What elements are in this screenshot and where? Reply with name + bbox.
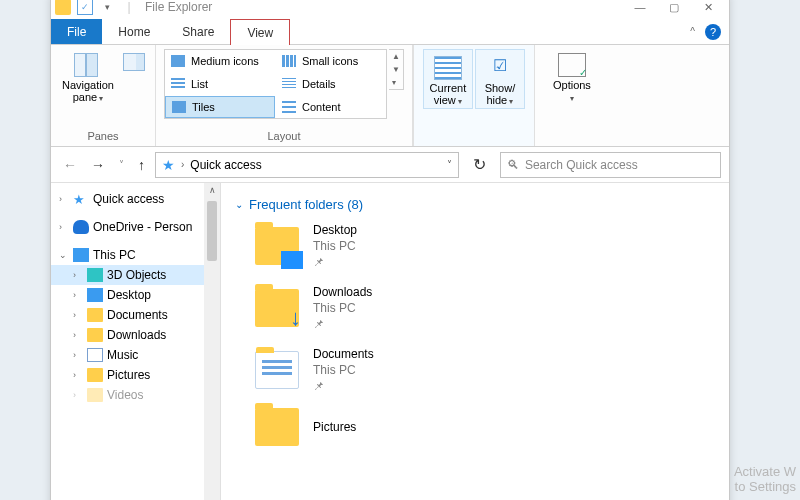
medium-icons-icon — [171, 55, 185, 67]
group-layout: Medium icons Small icons List Details Ti… — [156, 45, 413, 146]
ribbon-collapse-icon[interactable]: ^ — [690, 26, 695, 37]
nav-forward-button[interactable]: → — [87, 157, 109, 173]
ribbon-tabs: File Home Share View ^ ? — [51, 19, 729, 45]
frequent-folders-header[interactable]: ⌄ Frequent folders (8) — [221, 193, 729, 222]
group-current-view-showhide: Current view ▾ ☑ Show/ hide ▾ — [413, 45, 535, 146]
preview-pane-icon — [123, 53, 145, 71]
pc-icon — [73, 248, 89, 262]
navigation-pane-button[interactable]: Navigation pane ▾ — [59, 49, 117, 105]
breadcrumb-location: Quick access — [190, 158, 261, 172]
options-icon — [558, 53, 586, 77]
breadcrumb-sep-icon: › — [181, 159, 184, 170]
cloud-icon — [73, 220, 89, 234]
close-button[interactable]: ✕ — [691, 0, 725, 19]
tile-pictures[interactable]: Pictures — [255, 408, 729, 446]
folder-icon — [87, 328, 103, 342]
tree-pictures[interactable]: ›Pictures — [51, 365, 220, 385]
tree-music[interactable]: ›Music — [51, 345, 220, 365]
tree-videos[interactable]: ›Videos — [51, 385, 220, 405]
layout-scroll-down-icon[interactable]: ▼ — [389, 63, 403, 76]
cube-icon — [87, 268, 103, 282]
qat-more-icon[interactable]: ▾ — [99, 0, 115, 15]
chevron-down-icon: ⌄ — [235, 199, 243, 210]
search-icon: 🔍︎ — [507, 158, 519, 172]
pin-icon: 📌︎ — [313, 254, 357, 270]
tile-documents[interactable]: Documents This PC 📌︎ — [255, 346, 729, 394]
star-icon: ★ — [73, 192, 89, 206]
layout-gallery: Medium icons Small icons List Details Ti… — [164, 49, 387, 119]
quick-access-toolbar: ✓ ▾ | — [55, 0, 137, 15]
pin-icon: 📌︎ — [313, 378, 374, 394]
help-icon[interactable]: ? — [705, 24, 721, 40]
tiles-icon — [172, 101, 186, 113]
layout-content[interactable]: Content — [276, 96, 386, 118]
titlebar: ✓ ▾ | File Explorer — ▢ ✕ — [51, 0, 729, 19]
folder-downloads-icon — [255, 289, 299, 327]
layout-expand-icon[interactable]: ▾ — [389, 76, 403, 89]
content-area: ›★Quick access ›OneDrive - Person ⌄This … — [51, 183, 729, 500]
tree-scrollbar[interactable]: ∧ ∨ — [204, 183, 220, 500]
tile-downloads[interactable]: Downloads This PC 📌︎ — [255, 284, 729, 332]
options-button[interactable]: Options▾ — [543, 49, 601, 105]
minimize-button[interactable]: — — [623, 0, 657, 19]
maximize-button[interactable]: ▢ — [657, 0, 691, 19]
folder-desktop-icon — [255, 227, 299, 265]
nav-recent-button[interactable]: ˅ — [115, 159, 128, 170]
refresh-button[interactable]: ↻ — [465, 155, 494, 174]
address-bar-row: ← → ˅ ↑ ★ › Quick access ˅ ↻ 🔍︎ Search Q… — [51, 147, 729, 183]
group-options: Options▾ — [535, 45, 609, 146]
folder-icon — [87, 388, 103, 402]
layout-list[interactable]: List — [165, 73, 275, 95]
tab-share[interactable]: Share — [166, 19, 230, 44]
pin-icon: 📌︎ — [313, 316, 372, 332]
show-hide-button[interactable]: ☑ Show/ hide ▾ — [475, 49, 525, 109]
search-box[interactable]: 🔍︎ Search Quick access — [500, 152, 721, 178]
nav-up-button[interactable]: ↑ — [134, 157, 149, 173]
music-icon — [87, 348, 103, 362]
search-placeholder: Search Quick access — [525, 158, 638, 172]
layout-scroll-up-icon[interactable]: ▲ — [389, 50, 403, 63]
window-title: File Explorer — [145, 0, 212, 14]
desktop-icon — [87, 288, 103, 302]
ribbon-view: Navigation pane ▾ Panes Medium icons Sma… — [51, 45, 729, 147]
file-explorer-window: ✓ ▾ | File Explorer — ▢ ✕ File Home Shar… — [50, 0, 730, 500]
address-bar[interactable]: ★ › Quick access ˅ — [155, 152, 459, 178]
content-icon — [282, 101, 296, 113]
layout-medium-icons[interactable]: Medium icons — [165, 50, 275, 72]
scroll-up-icon[interactable]: ∧ — [209, 183, 216, 197]
folder-icon — [55, 0, 71, 15]
layout-details[interactable]: Details — [276, 73, 386, 95]
list-icon — [171, 78, 185, 90]
current-view-button[interactable]: Current view ▾ — [423, 49, 473, 109]
tile-desktop[interactable]: Desktop This PC 📌︎ — [255, 222, 729, 270]
nav-back-button[interactable]: ← — [59, 157, 81, 173]
tree-desktop[interactable]: ›Desktop — [51, 285, 220, 305]
layout-tiles[interactable]: Tiles — [165, 96, 275, 118]
tab-file[interactable]: File — [51, 19, 102, 44]
folder-icon — [87, 368, 103, 382]
tree-quick-access[interactable]: ›★Quick access — [51, 189, 220, 209]
small-icons-icon — [282, 55, 296, 67]
navigation-pane-icon — [74, 53, 102, 77]
layout-small-icons[interactable]: Small icons — [276, 50, 386, 72]
nav-tree: ›★Quick access ›OneDrive - Person ⌄This … — [51, 183, 221, 500]
tree-onedrive[interactable]: ›OneDrive - Person — [51, 217, 220, 237]
tree-3d-objects[interactable]: ›3D Objects — [51, 265, 220, 285]
scroll-thumb[interactable] — [207, 201, 217, 261]
tab-view[interactable]: View — [230, 19, 290, 45]
folder-icon — [87, 308, 103, 322]
checkbox-icon[interactable]: ✓ — [77, 0, 93, 15]
details-icon — [282, 78, 296, 90]
tree-this-pc[interactable]: ⌄This PC — [51, 245, 220, 265]
tab-home[interactable]: Home — [102, 19, 166, 44]
address-dropdown-icon[interactable]: ˅ — [447, 159, 452, 170]
activate-windows-watermark: Activate W to Settings — [734, 464, 796, 494]
tree-downloads[interactable]: ›Downloads — [51, 325, 220, 345]
tree-documents[interactable]: ›Documents — [51, 305, 220, 325]
tile-list: Desktop This PC 📌︎ Downloads This PC 📌︎ — [221, 222, 729, 446]
show-hide-icon: ☑ — [486, 56, 514, 80]
preview-pane-button[interactable] — [121, 49, 147, 71]
quick-access-star-icon: ★ — [162, 157, 175, 173]
main-pane: ⌄ Frequent folders (8) Desktop This PC 📌… — [221, 183, 729, 500]
folder-documents-icon — [255, 351, 299, 389]
